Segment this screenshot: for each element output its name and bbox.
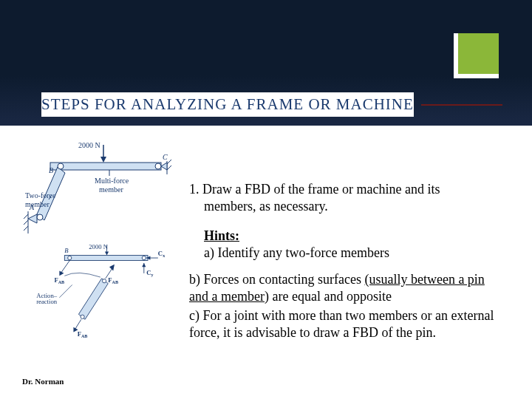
svg-marker-40 xyxy=(142,263,146,267)
svg-line-14 xyxy=(167,166,171,170)
svg-marker-30 xyxy=(105,251,109,255)
title-row: STEPS FOR ANALYZING A FRAME OR MACHINE xyxy=(41,92,502,117)
figure-fbd-members: 2000 N B FAB Cx Cy FAB xyxy=(22,244,177,340)
figure-frame-assembly: 2000 N B C A Multi-force member Two-forc… xyxy=(22,140,177,236)
accent-square xyxy=(454,33,499,78)
svg-text:B: B xyxy=(64,247,69,254)
svg-marker-4 xyxy=(28,214,37,223)
svg-text:C: C xyxy=(163,153,168,161)
author-footer: Dr. Norman xyxy=(22,377,64,386)
svg-text:Cx: Cx xyxy=(158,250,165,258)
svg-marker-42 xyxy=(78,279,108,319)
step-1-line1: 1. Draw a FBD of the frame or machine an… xyxy=(189,181,506,198)
svg-line-53 xyxy=(59,284,72,297)
step-1-line2: members, as necessary. xyxy=(189,198,506,215)
svg-line-13 xyxy=(167,160,171,164)
hint-a: a) Identify any two-force members xyxy=(204,245,506,262)
svg-text:2000 N: 2000 N xyxy=(78,141,100,149)
hints-block: Hints: a) Identify any two-force members xyxy=(189,228,506,261)
content-area: 2000 N B C A Multi-force member Two-forc… xyxy=(0,140,532,399)
svg-text:2000 N: 2000 N xyxy=(89,244,108,250)
svg-text:B: B xyxy=(49,166,53,174)
hint-b-post: are equal and opposite xyxy=(269,289,392,304)
svg-text:FAB: FAB xyxy=(78,330,88,338)
svg-point-27 xyxy=(68,256,72,259)
text-column: 1. Draw a FBD of the frame or machine an… xyxy=(189,181,506,344)
figures-column: 2000 N B C A Multi-force member Two-forc… xyxy=(22,140,185,347)
svg-point-28 xyxy=(142,256,146,259)
svg-marker-46 xyxy=(109,265,115,271)
svg-point-11 xyxy=(37,214,43,220)
title-underline xyxy=(421,104,502,106)
svg-line-3 xyxy=(24,226,28,231)
svg-text:member: member xyxy=(99,185,123,194)
hints-title: Hints: xyxy=(204,228,239,243)
svg-text:FAB: FAB xyxy=(54,276,64,284)
svg-rect-26 xyxy=(64,256,148,261)
svg-point-44 xyxy=(81,315,84,318)
svg-text:Multi-force: Multi-force xyxy=(95,177,129,185)
hint-b: b) Forces on contacting surfaces (usuall… xyxy=(189,271,506,304)
svg-line-2 xyxy=(24,220,28,225)
svg-line-48 xyxy=(75,319,81,330)
svg-line-33 xyxy=(61,261,69,273)
svg-point-9 xyxy=(58,163,64,169)
hint-b-pre: b) Forces on contacting surfaces xyxy=(189,272,364,287)
svg-line-1 xyxy=(24,214,28,219)
svg-text:Cy: Cy xyxy=(146,269,153,277)
svg-text:reaction: reaction xyxy=(36,298,58,305)
svg-point-10 xyxy=(155,163,161,169)
page-title: STEPS FOR ANALYZING A FRAME OR MACHINE xyxy=(41,92,414,117)
step-1: 1. Draw a FBD of the frame or machine an… xyxy=(189,181,506,214)
svg-text:FAB: FAB xyxy=(108,276,118,284)
svg-marker-8 xyxy=(100,157,106,163)
hint-c: c) For a joint with more than two member… xyxy=(189,307,506,341)
svg-point-43 xyxy=(102,279,106,283)
svg-rect-5 xyxy=(50,163,161,170)
svg-text:member: member xyxy=(25,200,50,208)
svg-marker-15 xyxy=(161,163,167,170)
